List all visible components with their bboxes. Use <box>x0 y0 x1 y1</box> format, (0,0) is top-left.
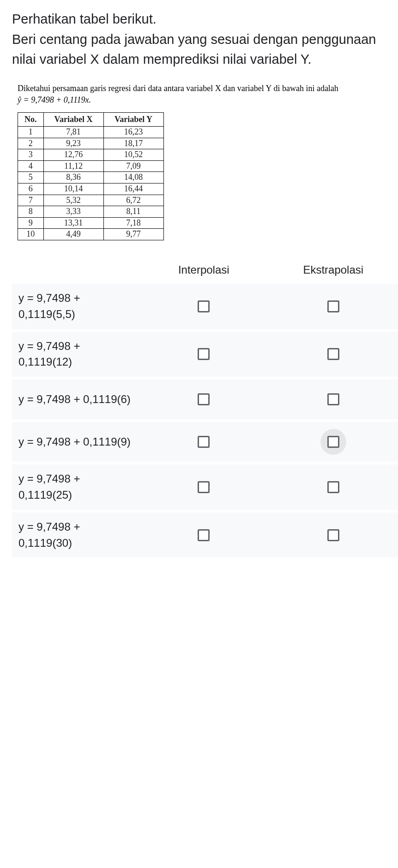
cell-y: 8,11 <box>103 206 163 218</box>
answer-row-label: y = 9,7498 + 0,1119(25) <box>18 471 139 503</box>
table-header-y: Variabel Y <box>103 112 163 127</box>
cell-x: 7,81 <box>43 127 103 138</box>
table-row: 411,127,09 <box>18 160 164 172</box>
checkbox-icon <box>327 529 339 541</box>
cell-no: 1 <box>18 127 44 138</box>
cell-no: 8 <box>18 206 44 218</box>
cell-no: 2 <box>18 138 44 149</box>
table-row: 58,3614,08 <box>18 172 164 183</box>
cell-x: 10,14 <box>43 183 103 195</box>
table-row: 610,1416,44 <box>18 183 164 195</box>
checkbox-icon <box>327 393 339 405</box>
checkbox-icon <box>198 393 210 405</box>
checkbox-cell-interpolasi <box>139 522 269 548</box>
answer-row-label: y = 9,7498 + 0,1119(30) <box>18 519 139 551</box>
checkbox-icon <box>327 481 339 493</box>
checkbox-ekstrapolasi[interactable] <box>320 293 346 319</box>
checkbox-icon <box>198 529 210 541</box>
checkbox-cell-ekstrapolasi <box>269 474 398 500</box>
answer-row-label: y = 9,7498 + 0,1119(12) <box>18 338 139 371</box>
answer-row: y = 9,7498 + 0,1119(25) <box>12 465 398 510</box>
table-header-x: Variabel X <box>43 112 103 127</box>
checkbox-cell-interpolasi <box>139 429 269 455</box>
checkbox-ekstrapolasi[interactable] <box>320 429 346 455</box>
answer-row-label: y = 9,7498 + 0,1119(6) <box>18 391 139 408</box>
question-text: Perhatikan tabel berikut.Beri centang pa… <box>0 0 398 79</box>
answer-row: y = 9,7498 + 0,1119(5,5) <box>12 284 398 329</box>
regression-info: Diketahui persamaan garis regresi dari d… <box>0 79 398 110</box>
cell-y: 16,23 <box>103 127 163 138</box>
cell-no: 7 <box>18 195 44 206</box>
answer-header-empty <box>12 263 139 276</box>
answer-row: y = 9,7498 + 0,1119(12) <box>12 332 398 377</box>
checkbox-cell-ekstrapolasi <box>269 429 398 455</box>
table-row: 312,7610,52 <box>18 149 164 161</box>
table-row: 17,8116,23 <box>18 127 164 138</box>
cell-y: 9,77 <box>103 229 163 240</box>
answer-section: Interpolasi Ekstrapolasi y = 9,7498 + 0,… <box>0 263 398 557</box>
checkbox-ekstrapolasi[interactable] <box>320 474 346 500</box>
regression-equation: ŷ = 9,7498 + 0,1119x. <box>18 95 380 105</box>
cell-x: 11,12 <box>43 160 103 172</box>
answer-row: y = 9,7498 + 0,1119(6) <box>12 379 398 419</box>
cell-x: 9,23 <box>43 138 103 149</box>
checkbox-icon <box>198 300 210 312</box>
table-row: 29,2318,17 <box>18 138 164 149</box>
checkbox-cell-interpolasi <box>139 386 269 412</box>
cell-y: 7,09 <box>103 160 163 172</box>
table-row: 75,326,72 <box>18 195 164 206</box>
column-header-ekstrapolasi: Ekstrapolasi <box>269 263 398 276</box>
cell-x: 4,49 <box>43 229 103 240</box>
checkbox-interpolasi[interactable] <box>191 522 217 548</box>
cell-y: 18,17 <box>103 138 163 149</box>
checkbox-cell-interpolasi <box>139 341 269 367</box>
cell-x: 12,76 <box>43 149 103 161</box>
checkbox-icon <box>198 348 210 360</box>
cell-no: 10 <box>18 229 44 240</box>
checkbox-cell-ekstrapolasi <box>269 522 398 548</box>
answer-row-label: y = 9,7498 + 0,1119(5,5) <box>18 290 139 323</box>
cell-x: 8,36 <box>43 172 103 183</box>
checkbox-ekstrapolasi[interactable] <box>320 522 346 548</box>
cell-no: 5 <box>18 172 44 183</box>
checkbox-icon <box>327 436 339 448</box>
answer-header-row: Interpolasi Ekstrapolasi <box>0 263 398 284</box>
cell-x: 3,33 <box>43 206 103 218</box>
cell-no: 9 <box>18 217 44 229</box>
checkbox-cell-ekstrapolasi <box>269 293 398 319</box>
cell-x: 5,32 <box>43 195 103 206</box>
data-table: No. Variabel X Variabel Y 17,8116,2329,2… <box>18 112 164 241</box>
answer-row: y = 9,7498 + 0,1119(9) <box>12 422 398 462</box>
checkbox-cell-ekstrapolasi <box>269 341 398 367</box>
cell-y: 6,72 <box>103 195 163 206</box>
checkbox-interpolasi[interactable] <box>191 293 217 319</box>
cell-y: 14,08 <box>103 172 163 183</box>
cell-y: 10,52 <box>103 149 163 161</box>
table-row: 104,499,77 <box>18 229 164 240</box>
checkbox-cell-interpolasi <box>139 293 269 319</box>
answer-row-label: y = 9,7498 + 0,1119(9) <box>18 434 139 450</box>
table-header-no: No. <box>18 112 44 127</box>
checkbox-interpolasi[interactable] <box>191 474 217 500</box>
checkbox-cell-ekstrapolasi <box>269 386 398 412</box>
checkbox-cell-interpolasi <box>139 474 269 500</box>
table-header-row: No. Variabel X Variabel Y <box>18 112 164 127</box>
cell-x: 13,31 <box>43 217 103 229</box>
regression-intro: Diketahui persamaan garis regresi dari d… <box>18 84 380 93</box>
checkbox-interpolasi[interactable] <box>191 386 217 412</box>
checkbox-interpolasi[interactable] <box>191 341 217 367</box>
cell-y: 16,44 <box>103 183 163 195</box>
checkbox-interpolasi[interactable] <box>191 429 217 455</box>
cell-no: 4 <box>18 160 44 172</box>
checkbox-ekstrapolasi[interactable] <box>320 341 346 367</box>
answer-row: y = 9,7498 + 0,1119(30) <box>12 513 398 558</box>
checkbox-icon <box>327 300 339 312</box>
table-row: 83,338,11 <box>18 206 164 218</box>
checkbox-icon <box>198 481 210 493</box>
checkbox-icon <box>198 436 210 448</box>
checkbox-ekstrapolasi[interactable] <box>320 386 346 412</box>
checkbox-icon <box>327 348 339 360</box>
cell-no: 3 <box>18 149 44 161</box>
cell-no: 6 <box>18 183 44 195</box>
table-row: 913,317,18 <box>18 217 164 229</box>
